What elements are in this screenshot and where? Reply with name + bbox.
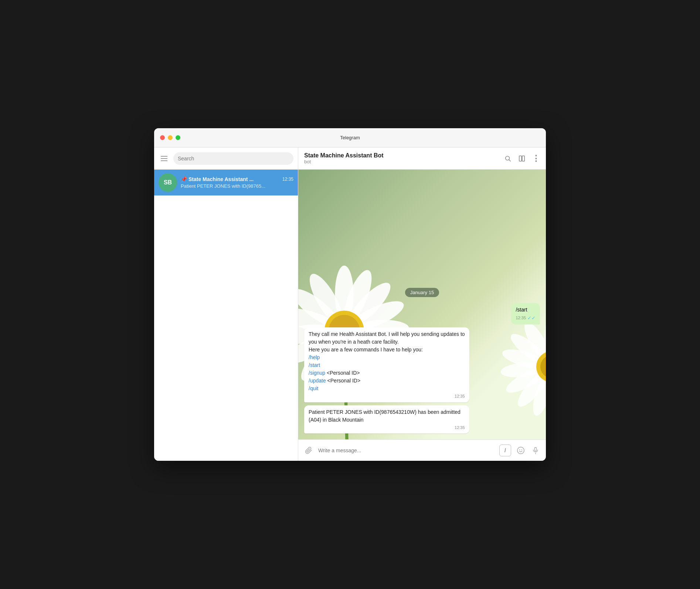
- message-meta-incoming-1: 12:35: [309, 393, 465, 399]
- chat-name: 📌 State Machine Assistant ...: [181, 176, 254, 182]
- chat-header-actions: ⋮: [504, 154, 540, 163]
- message-time: 12:35: [516, 315, 526, 321]
- chat-name-text: State Machine Assistant ...: [188, 176, 254, 182]
- maximize-button[interactable]: [176, 135, 180, 140]
- search-icon[interactable]: [504, 154, 512, 163]
- more-icon[interactable]: ⋮: [532, 154, 540, 163]
- svg-line-1: [509, 160, 510, 161]
- svg-point-41: [517, 447, 524, 453]
- mic-icon[interactable]: [530, 445, 541, 456]
- minimize-button[interactable]: [168, 135, 173, 140]
- main-content: SB 📌 State Machine Assistant ... 12:35 P…: [154, 147, 546, 461]
- chat-header: State Machine Assistant Bot bot: [298, 147, 546, 170]
- date-badge-label: January 15: [405, 288, 439, 297]
- bot-reply-2-text: Patient PETER JONES with ID(9876543210W)…: [309, 408, 465, 424]
- message-text: /start: [516, 307, 527, 313]
- svg-point-43: [521, 449, 522, 450]
- title-bar: Telegram: [154, 128, 546, 147]
- svg-rect-2: [519, 156, 521, 161]
- chat-background: January 15 /start 12:35 ✓✓: [298, 170, 546, 439]
- command-help[interactable]: /help: [309, 354, 320, 360]
- chat-input-area: /: [298, 439, 546, 461]
- message-bubble-incoming-1: They call me Health Assistant Bot. I wil…: [304, 327, 469, 402]
- sidebar: SB 📌 State Machine Assistant ... 12:35 P…: [154, 147, 298, 461]
- close-button[interactable]: [160, 135, 165, 140]
- attach-icon[interactable]: [303, 445, 314, 456]
- chat-area: State Machine Assistant Bot bot: [298, 147, 546, 461]
- svg-point-42: [519, 449, 520, 450]
- search-box[interactable]: [173, 152, 293, 165]
- bot-reply-1-time: 12:35: [455, 393, 465, 399]
- check-icon: ✓✓: [527, 314, 536, 322]
- messages-container: January 15 /start 12:35 ✓✓: [298, 170, 546, 439]
- message-bubble-outgoing: /start 12:35 ✓✓: [511, 303, 540, 325]
- message-meta-incoming-2: 12:35: [309, 425, 465, 431]
- command-quit[interactable]: /quit: [309, 385, 318, 391]
- emoji-icon[interactable]: [516, 445, 526, 456]
- telegram-window: Telegram SB: [154, 128, 546, 461]
- bot-commands-button[interactable]: /: [499, 445, 511, 456]
- message-meta: 12:35 ✓✓: [516, 314, 536, 322]
- chat-info: 📌 State Machine Assistant ... 12:35 Pati…: [181, 176, 293, 189]
- command-signup[interactable]: /signup: [309, 370, 325, 376]
- date-badge: January 15: [304, 288, 540, 297]
- chat-header-name: State Machine Assistant Bot: [304, 152, 504, 159]
- hamburger-menu-button[interactable]: [159, 153, 170, 164]
- pin-icon: 📌: [181, 176, 187, 182]
- window-title: Telegram: [340, 135, 360, 140]
- svg-rect-3: [522, 156, 524, 161]
- message-bubble-incoming-2: Patient PETER JONES with ID(9876543210W)…: [304, 405, 469, 434]
- bot-reply-text: They call me Health Assistant Bot. I wil…: [309, 330, 465, 392]
- columns-icon[interactable]: [518, 154, 526, 163]
- message-row-outgoing: /start 12:35 ✓✓: [304, 303, 540, 325]
- traffic-lights: [160, 135, 180, 140]
- chat-time: 12:35: [282, 177, 293, 182]
- search-input[interactable]: [178, 156, 289, 161]
- message-row-incoming-2: Patient PETER JONES with ID(9876543210W)…: [304, 405, 540, 434]
- chat-list-item[interactable]: SB 📌 State Machine Assistant ... 12:35 P…: [154, 170, 298, 195]
- message-row-incoming-1: They call me Health Assistant Bot. I wil…: [304, 327, 540, 402]
- bot-commands-icon: /: [504, 447, 506, 453]
- message-input[interactable]: [318, 447, 495, 453]
- chat-header-info: State Machine Assistant Bot bot: [304, 152, 504, 164]
- bot-reply-2-time: 12:35: [455, 425, 465, 431]
- command-start[interactable]: /start: [309, 362, 320, 368]
- svg-rect-44: [535, 447, 537, 451]
- avatar: SB: [159, 173, 177, 192]
- chat-name-row: 📌 State Machine Assistant ... 12:35: [181, 176, 293, 182]
- sidebar-header: [154, 147, 298, 170]
- command-update[interactable]: /update: [309, 378, 326, 384]
- chat-header-status: bot: [304, 159, 504, 164]
- chat-preview: Patient PETER JONES with ID(98765...: [181, 183, 293, 189]
